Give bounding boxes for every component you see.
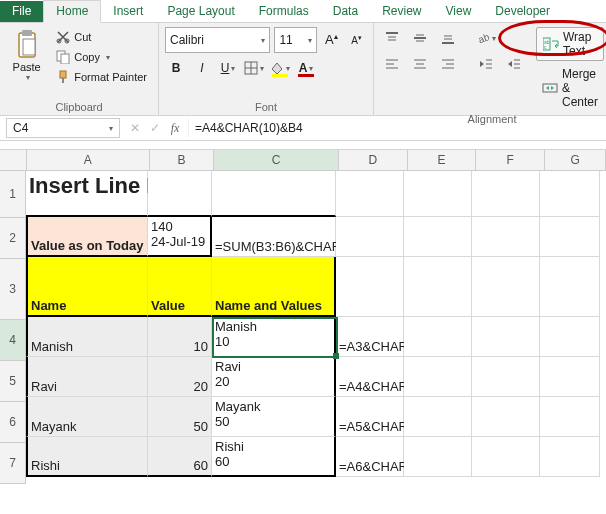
align-bottom-icon[interactable] <box>436 27 460 49</box>
format-painter-button[interactable]: Format Painter <box>51 67 152 87</box>
cell-e3[interactable] <box>404 257 472 317</box>
cell-d2[interactable] <box>336 217 404 257</box>
row-header-4[interactable]: 4 <box>0 320 26 361</box>
col-header-c[interactable]: C <box>214 150 339 170</box>
tab-file[interactable]: File <box>0 1 43 22</box>
paste-button[interactable]: Paste ▾ <box>6 27 47 84</box>
wrap-text-button[interactable]: abc Wrap Text <box>536 27 604 61</box>
cell-c2[interactable]: =SUM(B3:B6)&CHAR(10)&TEXT(TODAY(),"dd-MM… <box>212 217 336 257</box>
cell-e6[interactable] <box>404 397 472 437</box>
merge-center-button[interactable]: Merge & Center <box>536 65 604 111</box>
cell-f3[interactable] <box>472 257 540 317</box>
cell-g6[interactable] <box>540 397 600 437</box>
cell-f1[interactable] <box>472 171 540 217</box>
cell-f5[interactable] <box>472 357 540 397</box>
decrease-indent-icon[interactable] <box>474 53 498 75</box>
cell-c5[interactable]: Ravi 20 <box>212 357 336 397</box>
cell-d4[interactable]: =A3&CHAR(10)&B3 <box>336 317 404 357</box>
italic-button[interactable]: I <box>191 57 213 79</box>
increase-indent-icon[interactable] <box>502 53 526 75</box>
cell-e5[interactable] <box>404 357 472 397</box>
font-size-select[interactable]: 11▾ <box>274 27 316 53</box>
align-center-icon[interactable] <box>408 53 432 75</box>
cell-c6[interactable]: Mayank 50 <box>212 397 336 437</box>
tab-home[interactable]: Home <box>43 0 101 23</box>
tab-insert[interactable]: Insert <box>101 1 155 22</box>
cell-f4[interactable] <box>472 317 540 357</box>
row-header-6[interactable]: 6 <box>0 402 26 443</box>
cell-c3[interactable]: Name and Values <box>212 257 336 317</box>
cell-b7[interactable]: 60 <box>148 437 212 477</box>
cell-a4[interactable]: Manish <box>26 317 148 357</box>
fill-color-button[interactable]: ▾ <box>269 57 291 79</box>
copy-button[interactable]: Copy ▾ <box>51 47 152 67</box>
cell-a1[interactable]: Insert Line Break Using Formula <box>26 171 148 217</box>
borders-button[interactable]: ▾ <box>243 57 265 79</box>
name-box[interactable]: C4▾ <box>6 118 120 138</box>
col-header-a[interactable]: A <box>27 150 150 170</box>
underline-button[interactable]: U▾ <box>217 57 239 79</box>
cell-c4[interactable]: Manish 10 <box>212 317 336 357</box>
row-header-5[interactable]: 5 <box>0 361 26 402</box>
bold-button[interactable]: B <box>165 57 187 79</box>
align-left-icon[interactable] <box>380 53 404 75</box>
cell-d1[interactable] <box>336 171 404 217</box>
tab-developer[interactable]: Developer <box>483 1 562 22</box>
cell-b1[interactable] <box>148 171 212 217</box>
cell-a6[interactable]: Mayank <box>26 397 148 437</box>
cancel-formula-icon[interactable]: ✕ <box>126 121 144 135</box>
cell-g1[interactable] <box>540 171 600 217</box>
col-header-e[interactable]: E <box>408 150 477 170</box>
row-header-1[interactable]: 1 <box>0 171 26 218</box>
cell-e7[interactable] <box>404 437 472 477</box>
col-header-d[interactable]: D <box>339 150 408 170</box>
row-header-2[interactable]: 2 <box>0 218 26 259</box>
col-header-b[interactable]: B <box>150 150 215 170</box>
cell-a3[interactable]: Name <box>26 257 148 317</box>
tab-review[interactable]: Review <box>370 1 433 22</box>
cell-d3[interactable] <box>336 257 404 317</box>
cell-a2[interactable]: Value as on Today <box>26 217 148 257</box>
cell-f2[interactable] <box>472 217 540 257</box>
cell-a5[interactable]: Ravi <box>26 357 148 397</box>
cell-c1[interactable] <box>212 171 336 217</box>
decrease-font-icon[interactable]: A▾ <box>346 29 367 51</box>
cell-g7[interactable] <box>540 437 600 477</box>
increase-font-icon[interactable]: A▴ <box>321 29 342 51</box>
cell-g5[interactable] <box>540 357 600 397</box>
cell-b4[interactable]: 10 <box>148 317 212 357</box>
enter-formula-icon[interactable]: ✓ <box>146 121 164 135</box>
cell-g4[interactable] <box>540 317 600 357</box>
cell-b2[interactable]: 140 24-Jul-19 <box>148 217 212 257</box>
font-name-select[interactable]: Calibri▾ <box>165 27 270 53</box>
cell-d7[interactable]: =A6&CHAR(10)&B6 <box>336 437 404 477</box>
cell-c7[interactable]: Rishi 60 <box>212 437 336 477</box>
tab-data[interactable]: Data <box>321 1 370 22</box>
col-header-g[interactable]: G <box>545 150 606 170</box>
cell-d5[interactable]: =A4&CHAR(10)&B4 <box>336 357 404 397</box>
row-header-3[interactable]: 3 <box>0 259 26 320</box>
cell-a7[interactable]: Rishi <box>26 437 148 477</box>
cut-button[interactable]: Cut <box>51 27 152 47</box>
cell-g2[interactable] <box>540 217 600 257</box>
tab-view[interactable]: View <box>434 1 484 22</box>
col-header-f[interactable]: F <box>476 150 545 170</box>
cell-f6[interactable] <box>472 397 540 437</box>
cell-e2[interactable] <box>404 217 472 257</box>
cell-b6[interactable]: 50 <box>148 397 212 437</box>
tab-page-layout[interactable]: Page Layout <box>155 1 246 22</box>
cell-d6[interactable]: =A5&CHAR(10)&B5 <box>336 397 404 437</box>
select-all-corner[interactable] <box>0 150 27 170</box>
row-header-7[interactable]: 7 <box>0 443 26 484</box>
align-middle-icon[interactable] <box>408 27 432 49</box>
cell-b3[interactable]: Value <box>148 257 212 317</box>
cell-f7[interactable] <box>472 437 540 477</box>
orientation-icon[interactable]: ab▾ <box>474 27 498 49</box>
cell-e1[interactable] <box>404 171 472 217</box>
cell-b5[interactable]: 20 <box>148 357 212 397</box>
tab-formulas[interactable]: Formulas <box>247 1 321 22</box>
align-top-icon[interactable] <box>380 27 404 49</box>
cell-g3[interactable] <box>540 257 600 317</box>
fx-icon[interactable]: fx <box>166 121 184 136</box>
cell-e4[interactable] <box>404 317 472 357</box>
